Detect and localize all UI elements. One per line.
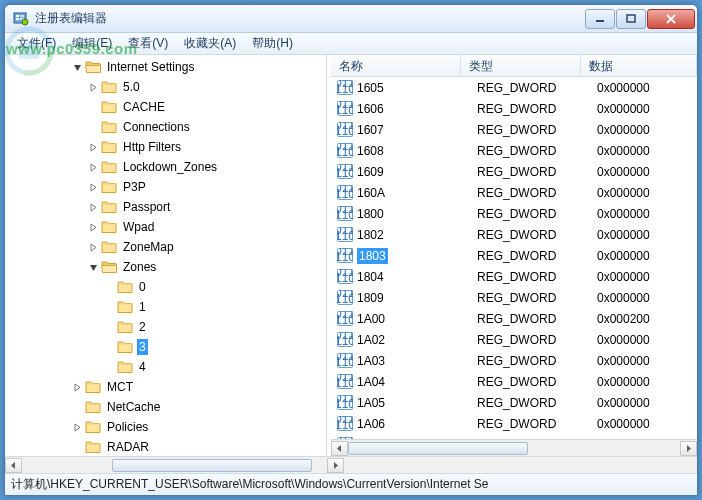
tree-node[interactable]: Connections — [5, 117, 326, 137]
chevron-right-icon[interactable] — [85, 159, 101, 175]
menubar: 文件(F) 编辑(E) 查看(V) 收藏夹(A) 帮助(H) — [5, 33, 697, 55]
chevron-right-icon[interactable] — [85, 239, 101, 255]
tree-node[interactable]: 2 — [5, 317, 326, 337]
scroll-track[interactable] — [22, 458, 327, 473]
value-row[interactable]: 0111101804REG_DWORD0x000000 — [331, 266, 697, 287]
minimize-button[interactable] — [585, 9, 615, 29]
chevron-right-icon[interactable] — [85, 79, 101, 95]
value-data: 0x000000 — [597, 291, 697, 305]
tree-node[interactable]: Zones — [5, 257, 326, 277]
folder-icon — [101, 219, 117, 235]
value-row[interactable]: 0111101A04REG_DWORD0x000000 — [331, 371, 697, 392]
svg-text:110: 110 — [337, 145, 353, 158]
scroll-track[interactable] — [348, 441, 680, 456]
scroll-left-icon[interactable] — [331, 441, 348, 456]
chevron-right-icon[interactable] — [85, 199, 101, 215]
value-type: REG_DWORD — [477, 228, 597, 242]
tree-node[interactable]: ZoneMap — [5, 237, 326, 257]
svg-text:110: 110 — [337, 355, 353, 368]
menu-favorites[interactable]: 收藏夹(A) — [176, 33, 244, 54]
value-data: 0x000000 — [597, 102, 697, 116]
scroll-left-icon[interactable] — [5, 458, 22, 473]
dword-icon: 011110 — [337, 395, 353, 410]
col-name[interactable]: 名称 — [331, 55, 461, 76]
tree-label: CACHE — [121, 99, 167, 115]
tree-node[interactable]: P3P — [5, 177, 326, 197]
chevron-right-icon[interactable] — [69, 419, 85, 435]
value-data: 0x000000 — [597, 207, 697, 221]
tree-node[interactable]: 0 — [5, 277, 326, 297]
list-hscroll[interactable] — [331, 439, 697, 456]
folder-icon — [101, 239, 117, 255]
scroll-thumb[interactable] — [348, 442, 528, 455]
value-row[interactable]: 0111101A00REG_DWORD0x000200 — [331, 308, 697, 329]
chevron-right-icon[interactable] — [85, 219, 101, 235]
close-button[interactable] — [647, 9, 695, 29]
chevron-right-icon[interactable] — [85, 139, 101, 155]
maximize-button[interactable] — [616, 9, 646, 29]
tree-node[interactable]: 4 — [5, 357, 326, 377]
dword-icon: 011110 — [337, 80, 353, 95]
dword-icon: 011110 — [337, 311, 353, 326]
tree-node[interactable]: Wpad — [5, 217, 326, 237]
menu-help[interactable]: 帮助(H) — [244, 33, 301, 54]
col-data[interactable]: 数据 — [581, 55, 697, 76]
value-row[interactable]: 0111101803REG_DWORD0x000000 — [331, 245, 697, 266]
value-type: REG_DWORD — [477, 375, 597, 389]
titlebar[interactable]: 注册表编辑器 — [5, 5, 697, 33]
value-data: 0x000000 — [597, 417, 697, 431]
value-row[interactable]: 0111101A05REG_DWORD0x000000 — [331, 392, 697, 413]
value-row[interactable]: 0111101607REG_DWORD0x000000 — [331, 119, 697, 140]
menu-edit[interactable]: 编辑(E) — [64, 33, 120, 54]
tree-node[interactable]: 5.0 — [5, 77, 326, 97]
scroll-right-icon[interactable] — [327, 458, 344, 473]
col-type[interactable]: 类型 — [461, 55, 581, 76]
tree-node[interactable]: MCT — [5, 377, 326, 397]
scroll-right-icon[interactable] — [680, 441, 697, 456]
folder-icon — [85, 59, 101, 75]
value-name: 1A06 — [357, 417, 385, 431]
tree-node[interactable]: Lockdown_Zones — [5, 157, 326, 177]
menu-view[interactable]: 查看(V) — [120, 33, 176, 54]
status-path: 计算机\HKEY_CURRENT_USER\Software\Microsoft… — [11, 476, 489, 493]
tree-node[interactable]: 3 — [5, 337, 326, 357]
value-row[interactable]: 0111101A03REG_DWORD0x000000 — [331, 350, 697, 371]
chevron-down-icon[interactable] — [69, 59, 85, 75]
menu-file[interactable]: 文件(F) — [9, 33, 64, 54]
chevron-right-icon[interactable] — [85, 179, 101, 195]
tree-node[interactable]: Passport — [5, 197, 326, 217]
value-row[interactable]: 0111101802REG_DWORD0x000000 — [331, 224, 697, 245]
value-row[interactable]: 0111101809REG_DWORD0x000000 — [331, 287, 697, 308]
value-row[interactable]: 011110160AREG_DWORD0x000000 — [331, 182, 697, 203]
value-row[interactable]: 0111101609REG_DWORD0x000000 — [331, 161, 697, 182]
tree-node[interactable]: NetCache — [5, 397, 326, 417]
chevron-down-icon[interactable] — [85, 259, 101, 275]
window-buttons — [585, 9, 695, 29]
value-row[interactable]: 0111101605REG_DWORD0x000000 — [331, 77, 697, 98]
tree-node[interactable]: Internet Settings — [5, 57, 326, 77]
value-row[interactable]: 0111101A06REG_DWORD0x000000 — [331, 413, 697, 434]
value-row[interactable]: 0111101800REG_DWORD0x000000 — [331, 203, 697, 224]
value-row[interactable]: 0111101608REG_DWORD0x000000 — [331, 140, 697, 161]
value-type: REG_DWORD — [477, 270, 597, 284]
tree-label: Policies — [105, 419, 150, 435]
list-rows[interactable]: 0111101605REG_DWORD0x0000000111101606REG… — [331, 77, 697, 439]
scroll-thumb[interactable] — [112, 459, 312, 472]
tree-node[interactable]: Policies — [5, 417, 326, 437]
dword-icon: 011110 — [337, 290, 353, 305]
tree-node[interactable]: Http Filters — [5, 137, 326, 157]
value-data: 0x000000 — [597, 186, 697, 200]
tree-spacer — [101, 319, 117, 335]
tree-node[interactable]: 1 — [5, 297, 326, 317]
tree-hscroll[interactable] — [5, 456, 697, 473]
tree-pane[interactable]: Internet Settings5.0CACHEConnectionsHttp… — [5, 55, 327, 456]
value-row[interactable]: 0111101606REG_DWORD0x000000 — [331, 98, 697, 119]
chevron-right-icon[interactable] — [69, 379, 85, 395]
value-row[interactable]: 0111101A02REG_DWORD0x000000 — [331, 329, 697, 350]
tree-node[interactable]: RADAR — [5, 437, 326, 456]
svg-text:110: 110 — [337, 271, 353, 284]
tree-node[interactable]: CACHE — [5, 97, 326, 117]
tree-spacer — [101, 339, 117, 355]
tree-label: Connections — [121, 119, 192, 135]
dword-icon: 011110 — [337, 353, 353, 368]
